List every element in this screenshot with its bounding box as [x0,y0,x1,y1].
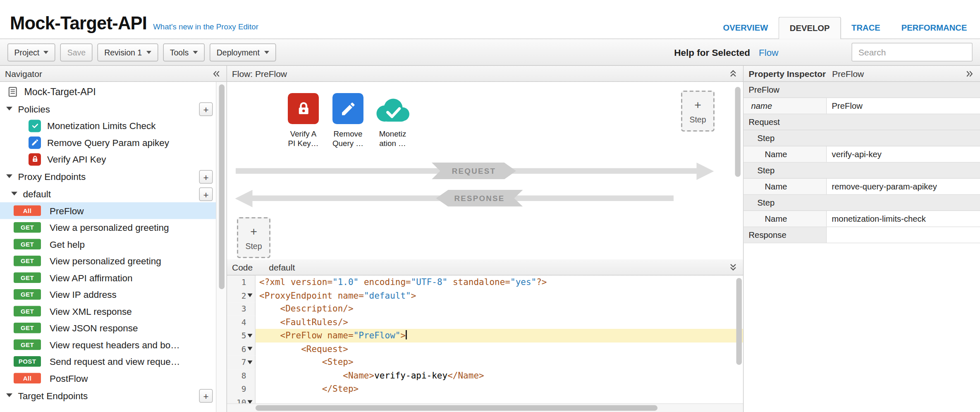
inspector-section-label: Step [744,134,775,143]
inspector-field-value[interactable]: verify-api-key [827,146,980,162]
code-line-content: <?xml version="1.0" encoding="UTF-8" sta… [256,275,743,289]
chevron-expanded-icon[interactable] [6,393,12,397]
fold-toggle-icon[interactable] [248,333,253,338]
scrollbar-thumb[interactable] [256,405,657,411]
inspector-field-value[interactable]: remove-query-param-apikey [827,179,980,194]
flow-step-3[interactable]: Monetization … [371,93,414,149]
tab-performance[interactable]: PERFORMANCE [891,17,978,39]
inspector-section-row: Step [744,163,980,179]
tab-overview[interactable]: OVERVIEW [712,17,779,39]
add-flow-button[interactable]: + [199,187,213,201]
inspector-field-value[interactable] [827,227,980,243]
chevron-expanded-icon[interactable] [11,192,17,196]
inspector-field-value[interactable]: monetization-limits-check [827,211,980,227]
nav-flow-item[interactable]: GETView IP address [0,286,217,303]
code-title: Code [232,262,253,272]
code-line[interactable]: 9 </Step> [227,382,743,395]
code-line[interactable]: 8 <Name>verify-api-key</Name> [227,369,743,382]
fold-toggle-icon[interactable] [248,293,253,299]
add-target-endpoint-button[interactable]: + [199,389,213,403]
navigator-scrollbar[interactable] [216,82,227,412]
method-badge: GET [14,340,41,350]
nav-flow-item[interactable]: GETView request headers and bo… [0,336,217,353]
code-gutter: 9 [227,382,256,395]
inspector-field-value[interactable]: PreFlow [827,98,980,114]
line-number: 6 [241,342,246,355]
add-step-button-response[interactable]: + Step [237,217,270,258]
nav-flow-item[interactable]: GETView personalized greeting [0,253,217,270]
nav-section-policies[interactable]: Policies+ [0,100,217,117]
add-proxy-endpoint-button[interactable]: + [199,170,213,184]
navigator-header: Navigator [0,66,227,82]
add-policy-button[interactable]: + [199,103,213,116]
nav-policy-item[interactable]: Verify API Key [0,151,217,168]
collapse-up-icon[interactable] [728,69,738,78]
inspector-field-label: Name [744,146,827,162]
collapse-down-icon[interactable] [728,263,738,271]
help-flow-link[interactable]: Flow [759,47,779,57]
collapse-left-icon[interactable] [211,70,222,77]
revision-menu-button[interactable]: Revision 1 [98,43,158,61]
nav-section-target-endpoints[interactable]: Target Endpoints+ [0,387,217,404]
line-number: 3 [241,302,246,316]
fold-toggle-icon[interactable] [248,359,253,365]
flow-step-label: Monetization … [371,130,414,149]
flow-item-label: PostFlow [50,373,88,384]
chevron-expanded-icon[interactable] [6,175,12,178]
code-subtitle: default [269,262,295,272]
code-line[interactable]: 6 <Request> [227,342,743,355]
fold-toggle-icon[interactable] [248,346,253,352]
nav-flow-item[interactable]: GETView JSON response [0,320,217,337]
save-button[interactable]: Save [60,43,92,61]
flow-step-2[interactable]: RemoveQuery … [326,93,370,149]
nav-group-default[interactable]: default+ [0,185,217,202]
code-token: <PreFlow [280,330,322,340]
nav-flow-item[interactable]: GETView API affirmation [0,269,217,286]
nav-policy-item[interactable]: Remove Query Param apikey [0,134,217,151]
code-token: </Step> [322,383,359,393]
tools-menu-button[interactable]: Tools [163,43,205,61]
chevron-expanded-icon[interactable] [6,107,12,110]
nav-flow-item[interactable]: GETView a personalized greeting [0,219,217,236]
code-line[interactable]: 2<ProxyEndpoint name="default"> [227,289,743,302]
add-step-label: Step [689,115,706,124]
flow-canvas-scrollbar[interactable] [735,87,741,177]
method-badge: GET [14,289,41,300]
navigator-root-item[interactable]: Mock-Target-API [0,83,217,100]
nav-section-proxy-endpoints[interactable]: Proxy Endpoints+ [0,168,217,185]
tab-develop[interactable]: DEVELOP [779,17,841,39]
code-line[interactable]: 3 <Description/> [227,302,743,316]
code-vertical-scrollbar[interactable] [736,278,742,365]
collapse-right-icon[interactable] [965,70,975,77]
code-horizontal-scrollbar[interactable] [227,403,743,412]
deployment-menu-button[interactable]: Deployment [210,43,276,61]
tab-trace[interactable]: TRACE [841,17,891,39]
line-number: 8 [241,369,246,382]
code-line[interactable]: 5 <PreFlow name="PreFlow"> [227,329,743,342]
nav-flow-item[interactable]: GETGet help [0,236,217,253]
project-menu-button[interactable]: Project [7,43,55,61]
code-line-content: <PreFlow name="PreFlow"> [256,329,743,342]
tools-menu-label: Tools [170,48,189,57]
code-token: <FaultRules/> [280,317,348,327]
nav-flow-item[interactable]: POSTSend request and view reque… [0,353,217,370]
code-line[interactable]: 4 <FaultRules/> [227,316,743,329]
search-input[interactable] [852,43,973,62]
nav-policy-item[interactable]: Monetization Limits Check [0,117,217,134]
flow-item-label: View IP address [50,289,117,300]
nav-flow-item[interactable]: AllPostFlow [0,370,217,387]
property-inspector-header: Property Inspector PreFlow [744,66,980,82]
whats-new-link[interactable]: What's new in the Proxy Editor [153,22,258,31]
add-step-button-request[interactable]: + Step [681,91,715,132]
code-line[interactable]: 1<?xml version="1.0" encoding="UTF-8" st… [227,275,743,289]
code-line[interactable]: 7 <Step> [227,356,743,369]
flow-step-1[interactable]: Verify API Key… [282,93,325,149]
method-badge: GET [14,323,41,333]
nav-flow-item[interactable]: GETView XML response [0,303,217,320]
flow-item-label: Get help [50,239,85,250]
help-for-selected-label: Help for Selected [674,47,750,57]
nav-flow-item[interactable]: AllPreFlow [0,202,217,219]
code-token: verify-api-key [374,370,447,380]
scrollbar-thumb[interactable] [219,84,225,289]
code-editor[interactable]: 1<?xml version="1.0" encoding="UTF-8" st… [227,275,743,412]
